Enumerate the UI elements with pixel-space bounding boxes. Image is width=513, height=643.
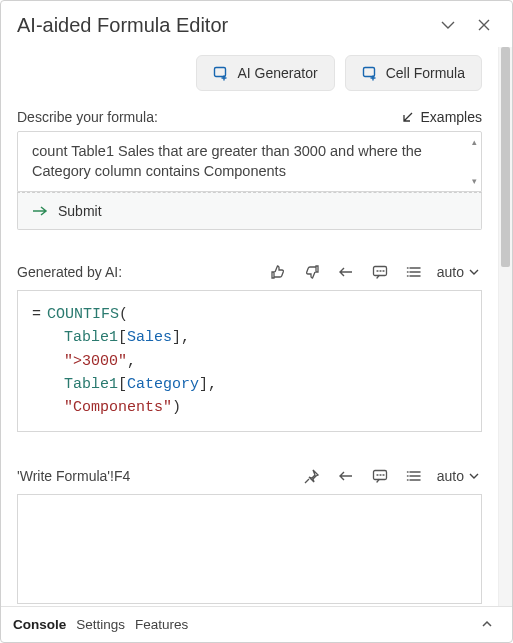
list-icon xyxy=(406,265,422,279)
thumbs-up-icon xyxy=(270,264,286,280)
send-icon xyxy=(32,204,48,218)
formula-fn: COUNTIFS xyxy=(47,306,119,323)
scrollbar-thumb[interactable] xyxy=(501,47,510,267)
ai-generator-button[interactable]: AI Generator xyxy=(196,55,334,91)
back-button-2[interactable] xyxy=(333,464,359,488)
cell-formula-box[interactable] xyxy=(17,494,482,604)
formula-comma: , xyxy=(208,376,217,393)
svg-rect-1 xyxy=(363,68,374,77)
cell-formula-button[interactable]: Cell Formula xyxy=(345,55,482,91)
formula-arg3-table: Table1 xyxy=(64,376,118,393)
formula-arg4: "Components" xyxy=(64,399,172,416)
formula-bracket: [ xyxy=(118,329,127,346)
comment-icon xyxy=(372,469,388,484)
auto-label: auto xyxy=(437,264,464,280)
prompt-input[interactable]: count Table1 Sales that are greater than… xyxy=(18,132,481,191)
formula-open: ( xyxy=(119,306,128,323)
add-card-icon xyxy=(213,65,229,81)
tab-console[interactable]: Console xyxy=(13,617,66,632)
list-icon xyxy=(406,469,422,483)
main-scrollbar[interactable] xyxy=(498,47,512,606)
comment-button-2[interactable] xyxy=(367,464,393,488)
tab-features[interactable]: Features xyxy=(135,617,188,632)
prompt-text: count Table1 Sales that are greater than… xyxy=(32,143,422,179)
describe-label: Describe your formula: xyxy=(17,109,158,125)
arrow-left-icon xyxy=(338,265,354,279)
chevron-down-icon xyxy=(468,470,480,482)
submit-button[interactable]: Submit xyxy=(17,192,482,230)
formula-arg1-table: Table1 xyxy=(64,329,118,346)
formula-comma: , xyxy=(127,353,136,370)
thumbs-down-button[interactable] xyxy=(299,260,325,284)
formula-close: ) xyxy=(172,399,181,416)
list-button[interactable] xyxy=(401,260,427,284)
examples-link[interactable]: Examples xyxy=(401,109,482,125)
formula-bracket: [ xyxy=(118,376,127,393)
main-scroll-area: AI Generator Cell Formula Describe your … xyxy=(1,47,498,606)
comment-button[interactable] xyxy=(367,260,393,284)
generated-label: Generated by AI: xyxy=(17,264,257,280)
ai-generator-label: AI Generator xyxy=(237,65,317,81)
formula-bracket: ] xyxy=(172,329,181,346)
collapse-icon[interactable] xyxy=(434,11,462,39)
auto-dropdown-2[interactable]: auto xyxy=(435,468,482,484)
tab-settings[interactable]: Settings xyxy=(76,617,125,632)
close-icon[interactable] xyxy=(470,11,498,39)
chevron-down-icon xyxy=(468,266,480,278)
auto-dropdown[interactable]: auto xyxy=(435,264,482,280)
formula-arg2: ">3000" xyxy=(64,353,127,370)
thumbs-up-button[interactable] xyxy=(265,260,291,284)
svg-rect-0 xyxy=(215,68,226,77)
auto-label-2: auto xyxy=(437,468,464,484)
list-button-2[interactable] xyxy=(401,464,427,488)
page-title: AI-aided Formula Editor xyxy=(17,14,426,37)
arrow-down-left-icon xyxy=(401,110,415,124)
cell-formula-label: Cell Formula xyxy=(386,65,465,81)
prompt-scroll-indicator: ▴▾ xyxy=(472,136,478,187)
back-button[interactable] xyxy=(333,260,359,284)
add-card-icon xyxy=(362,65,378,81)
thumbs-down-icon xyxy=(304,264,320,280)
cell-ref-label: 'Write Formula'!F4 xyxy=(17,468,291,484)
formula-bracket: ] xyxy=(199,376,208,393)
submit-label: Submit xyxy=(58,203,102,219)
arrow-left-icon xyxy=(338,469,354,483)
formula-arg3-col: Category xyxy=(127,376,199,393)
tabs-chevron-up[interactable] xyxy=(474,612,500,636)
chevron-up-icon xyxy=(481,618,493,630)
formula-arg1-col: Sales xyxy=(127,329,172,346)
pin-icon xyxy=(304,469,319,484)
comment-icon xyxy=(372,265,388,280)
generated-formula-box[interactable]: =COUNTIFS( Table1[Sales], ">3000", Table… xyxy=(17,290,482,432)
formula-eq: = xyxy=(32,306,41,323)
examples-label: Examples xyxy=(421,109,482,125)
formula-comma: , xyxy=(181,329,190,346)
pin-button[interactable] xyxy=(299,464,325,488)
